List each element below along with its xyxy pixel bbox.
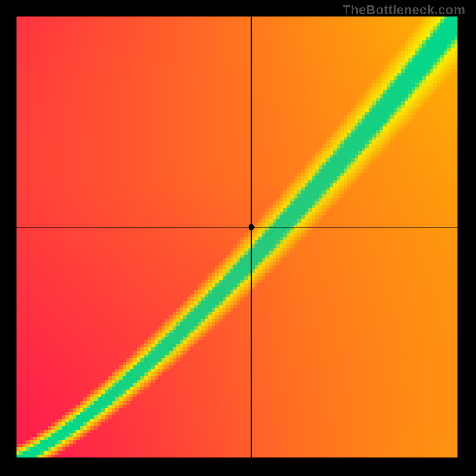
heatmap-canvas — [0, 0, 476, 476]
chart-stage: TheBottleneck.com — [0, 0, 476, 476]
watermark-text: TheBottleneck.com — [343, 2, 465, 18]
